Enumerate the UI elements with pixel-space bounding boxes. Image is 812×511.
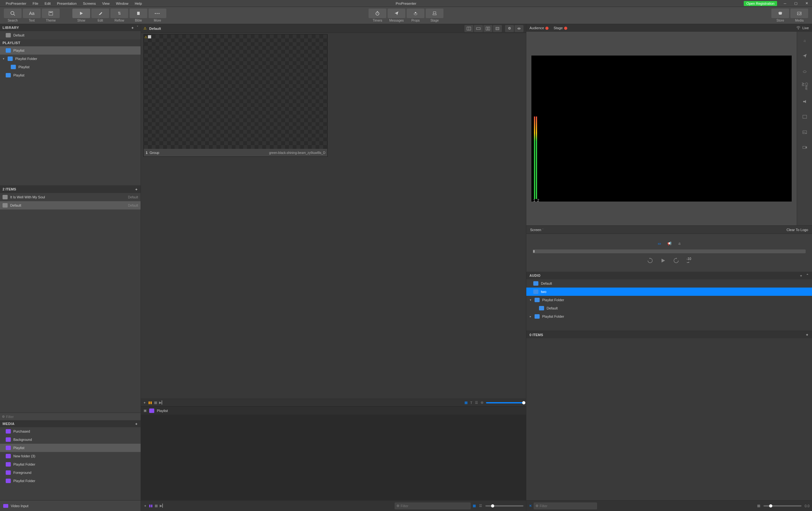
menu-file[interactable]: File: [30, 2, 41, 5]
media-item-playlistfolder2[interactable]: Playlist Folder: [0, 477, 141, 485]
slide-thumbnail[interactable]: ⚠ 1 Group green-black-shining-beam_zy9iu…: [143, 34, 327, 157]
next-behavior-icon[interactable]: ▶▎: [160, 504, 165, 508]
audience-label[interactable]: Audience: [529, 26, 544, 30]
fg-behavior-icon[interactable]: ▦: [154, 504, 158, 508]
audio-playlist-nested[interactable]: Default: [526, 304, 812, 312]
audio-thumb-slider[interactable]: [763, 505, 802, 507]
edit-mode-button[interactable]: [91, 8, 109, 18]
timeline-button[interactable]: [474, 25, 483, 32]
media-button[interactable]: [790, 8, 808, 18]
menu-help[interactable]: Help: [132, 2, 145, 5]
thumbnail-size-slider[interactable]: [486, 402, 524, 403]
clear-props-icon[interactable]: [801, 67, 809, 75]
clear-slide-icon[interactable]: [801, 113, 809, 121]
media-filter-input[interactable]: [401, 504, 469, 508]
maximize-button[interactable]: ▢: [793, 1, 799, 6]
library-item-default[interactable]: Default: [0, 31, 141, 39]
library-add-button[interactable]: ＋: [131, 25, 135, 30]
view-mode2-icon[interactable]: ▶▎: [159, 400, 164, 405]
skip-forward-button[interactable]: [673, 258, 679, 264]
layer-slide-icon[interactable]: ▭: [658, 242, 661, 246]
audio-folder[interactable]: ▾Playlist Folder: [526, 296, 812, 304]
presentation-item[interactable]: It Is Well With My Soul Default: [0, 193, 141, 201]
menu-window[interactable]: Window: [113, 2, 132, 5]
clear-video-icon[interactable]: [801, 144, 809, 151]
layer-announce-icon[interactable]: 📢: [667, 242, 672, 246]
theme-button[interactable]: [42, 8, 60, 18]
menu-presentation[interactable]: Presentation: [54, 2, 80, 5]
settings-button[interactable]: ⚙: [505, 25, 514, 32]
layer-audio-icon[interactable]: ♫: [678, 242, 680, 246]
add-media-button[interactable]: ＋: [143, 503, 147, 508]
media-item-newfolder[interactable]: New folder (3): [0, 452, 141, 460]
clear-all-button[interactable]: Clear All: [801, 83, 809, 90]
disclosure-icon[interactable]: ▾: [2, 57, 5, 60]
playback-progress[interactable]: [533, 249, 806, 253]
add-slide-button[interactable]: ＋: [143, 400, 146, 405]
live-label[interactable]: Live: [803, 26, 809, 30]
text-view-icon[interactable]: T: [470, 401, 472, 405]
playlist-item[interactable]: Playlist: [0, 71, 141, 79]
close-button[interactable]: ✕: [804, 1, 809, 6]
media-list-view-icon[interactable]: ☰: [479, 504, 482, 508]
audio-playlist-default[interactable]: Default: [526, 279, 812, 288]
audio-view-icon[interactable]: ▦: [757, 504, 760, 508]
media-item-foreground[interactable]: Foreground: [0, 469, 141, 477]
collapse-button[interactable]: [515, 25, 523, 32]
stage-label[interactable]: Stage: [554, 26, 563, 30]
playlist-folder[interactable]: ▾ Playlist Folder: [0, 55, 141, 63]
list-view-icon[interactable]: ☰: [475, 400, 478, 405]
audio-collapse-button[interactable]: ⌃: [806, 273, 809, 278]
menu-screens[interactable]: Screens: [80, 2, 99, 5]
clear-messages-icon[interactable]: [801, 52, 809, 60]
clear-media-icon[interactable]: [801, 128, 809, 136]
screen-dropdown[interactable]: Screen: [530, 228, 541, 232]
audio-folder-collapsed[interactable]: ▸Playlist Folder: [526, 312, 812, 321]
audio-filter-input[interactable]: [540, 504, 595, 508]
toggle-sidebar-icon[interactable]: ▣: [143, 409, 147, 413]
text-button[interactable]: Aa: [23, 8, 40, 18]
arrangement-button[interactable]: [464, 25, 473, 32]
stage-button[interactable]: [426, 8, 443, 18]
media-thumb-slider[interactable]: [485, 505, 523, 507]
media-item-background[interactable]: Background: [0, 435, 141, 444]
playlist-item[interactable]: Playlist: [0, 46, 141, 55]
library-options-button[interactable]: ˇ: [137, 25, 138, 30]
skip-back-button[interactable]: [647, 258, 653, 264]
media-item-playlistfolder[interactable]: Playlist Folder: [0, 460, 141, 469]
media-grid-view-icon[interactable]: ▦: [473, 504, 476, 508]
show-mode-button[interactable]: [72, 8, 90, 18]
messages-button[interactable]: [387, 8, 405, 18]
timers-button[interactable]: [369, 8, 386, 18]
reflow-button[interactable]: ⇅: [111, 8, 128, 18]
grid-view-icon[interactable]: ▦: [464, 400, 468, 405]
minimize-button[interactable]: ─: [782, 1, 788, 6]
view-columns-icon[interactable]: ▮▮: [148, 400, 152, 405]
jump-end-button[interactable]: -10⤻: [687, 257, 691, 264]
clear-to-logo-button[interactable]: Clear To Logo: [787, 228, 808, 232]
open-registration-button[interactable]: Open Registration: [744, 1, 777, 6]
audio-playlist-two[interactable]: two: [526, 288, 812, 296]
audio-add-button[interactable]: ＋: [799, 273, 803, 278]
search-button[interactable]: [4, 8, 22, 18]
store-button[interactable]: [772, 8, 789, 18]
props-button[interactable]: [407, 8, 425, 18]
macros-button[interactable]: [493, 25, 502, 32]
menu-app[interactable]: ProPresenter: [3, 2, 30, 5]
groups-button[interactable]: [484, 25, 492, 32]
bible-button[interactable]: [129, 8, 147, 18]
view-mode1-icon[interactable]: ▦: [154, 400, 157, 405]
more-button[interactable]: •••: [149, 8, 166, 18]
presentation-item[interactable]: Default Default: [0, 201, 141, 209]
video-input-bar[interactable]: Video Input: [0, 501, 141, 511]
add-item-button[interactable]: ＋: [135, 187, 138, 192]
items-filter-input[interactable]: [6, 415, 139, 419]
clear-audio-icon[interactable]: ♫: [801, 37, 809, 44]
clear-announcements-icon[interactable]: [801, 98, 809, 106]
playlist-item-nested[interactable]: Playlist: [0, 63, 141, 71]
media-item-playlist[interactable]: Playlist: [0, 444, 141, 452]
disclosure-icon[interactable]: ▾: [529, 298, 532, 302]
audio-add-item-button[interactable]: ＋: [805, 332, 809, 337]
menu-edit[interactable]: Edit: [41, 2, 54, 5]
play-button[interactable]: [661, 258, 666, 263]
